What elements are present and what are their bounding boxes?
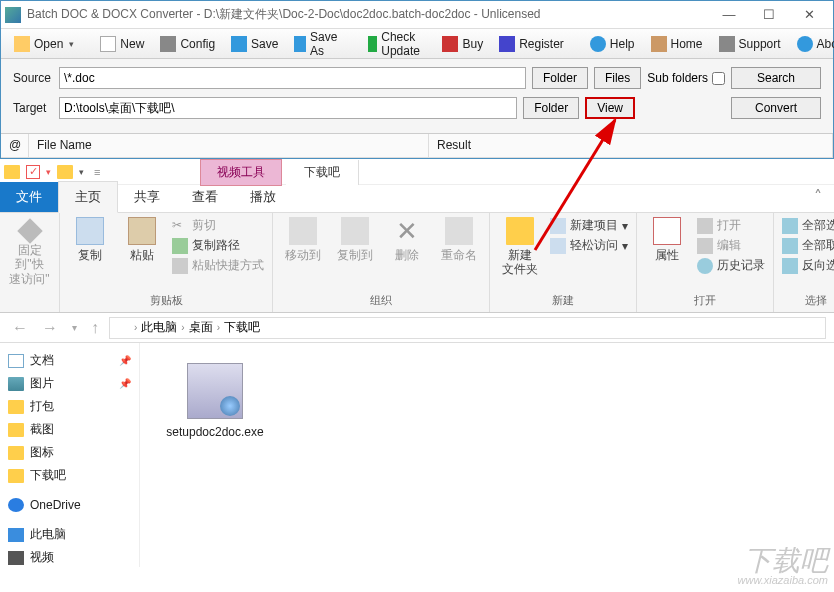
window-title: Batch DOC & DOCX Converter - D:\新建文件夹\Do… [27, 6, 541, 23]
sidebar-item-tubiao[interactable]: 图标 [4, 441, 135, 464]
select-all-button[interactable]: 全部选择 [782, 217, 834, 234]
register-button[interactable]: Register [492, 33, 571, 55]
check-update-button[interactable]: Check Update [361, 27, 434, 61]
target-input[interactable] [59, 97, 517, 119]
history-button[interactable]: 历史记录 [697, 257, 765, 274]
titlebar[interactable]: Batch DOC & DOCX Converter - D:\新建文件夹\Do… [1, 1, 833, 29]
sidebar-item-dabao[interactable]: 打包 [4, 395, 135, 418]
crumb-0[interactable]: 此电脑 [141, 319, 177, 336]
save-as-icon [294, 36, 306, 52]
move-to-button[interactable]: 移动到 [281, 217, 325, 291]
results-grid-header: @ File Name Result [1, 134, 833, 158]
context-tab-folder[interactable]: 下载吧 [286, 160, 359, 185]
invert-selection-button[interactable]: 反向选择 [782, 257, 834, 274]
support-icon [719, 36, 735, 52]
search-button[interactable]: Search [731, 67, 821, 89]
form-area: Source Folder Files Sub folders Search T… [1, 59, 833, 134]
select-none-button[interactable]: 全部取消 [782, 237, 834, 254]
shortcut-icon [172, 258, 188, 274]
tab-view[interactable]: 查看 [176, 182, 234, 212]
easy-access-button[interactable]: 轻松访问 ▾ [550, 237, 628, 254]
cut-button[interactable]: ✂剪切 [172, 217, 264, 234]
open-file-button[interactable]: 打开 [697, 217, 765, 234]
pc-icon [8, 528, 24, 542]
sidebar-item-video[interactable]: 视频 [4, 546, 135, 567]
file-item[interactable]: setupdoc2doc.exe [160, 363, 270, 439]
copy-path-icon [172, 238, 188, 254]
sidebar-item-this-pc[interactable]: 此电脑 [4, 523, 135, 546]
group-organize: 组织 [281, 291, 481, 310]
sub-folders-option[interactable]: Sub folders [647, 71, 725, 85]
sidebar-item-onedrive[interactable]: OneDrive [4, 495, 135, 515]
copy-path-button[interactable]: 复制路径 [172, 237, 264, 254]
new-folder-button[interactable]: 新建 文件夹 [498, 217, 542, 291]
maximize-button[interactable]: ☐ [749, 1, 789, 29]
new-button[interactable]: New [93, 33, 151, 55]
tab-share[interactable]: 共享 [118, 182, 176, 212]
properties-button[interactable]: 属性 [645, 217, 689, 291]
ribbon: 固定到"快 速访问" 复制 粘贴 ✂剪切 复制路径 粘贴快捷方式 剪贴板 移动到… [0, 213, 834, 313]
col-filename[interactable]: File Name [29, 134, 429, 157]
move-icon [289, 217, 317, 245]
file-list[interactable]: setupdoc2doc.exe [140, 343, 834, 567]
rename-icon [445, 217, 473, 245]
pin-to-quick-access-button[interactable]: 固定到"快 速访问" [8, 217, 51, 310]
select-all-icon [782, 218, 798, 234]
nav-forward-button[interactable]: → [38, 319, 62, 337]
sidebar-item-documents[interactable]: 文档📌 [4, 349, 135, 372]
support-button[interactable]: Support [712, 33, 788, 55]
source-folder-button[interactable]: Folder [532, 67, 588, 89]
qat-folder-icon[interactable] [57, 165, 73, 179]
crumb-1[interactable]: 桌面 [189, 319, 213, 336]
minimize-button[interactable]: — [709, 1, 749, 29]
edit-icon [697, 238, 713, 254]
target-folder-button[interactable]: Folder [523, 97, 579, 119]
sidebar-item-xiazaiba[interactable]: 下载吧 [4, 464, 135, 487]
paste-shortcut-button[interactable]: 粘贴快捷方式 [172, 257, 264, 274]
sidebar-item-jietu[interactable]: 截图 [4, 418, 135, 441]
sidebar-item-pictures[interactable]: 图片📌 [4, 372, 135, 395]
copyto-icon [341, 217, 369, 245]
convert-button[interactable]: Convert [731, 97, 821, 119]
nav-recent-button[interactable]: ▾ [68, 322, 81, 333]
open-button[interactable]: Open▾ [7, 33, 81, 55]
paste-button[interactable]: 粘贴 [120, 217, 164, 291]
save-button[interactable]: Save [224, 33, 285, 55]
qat-checkbox[interactable]: ✓ [26, 165, 40, 179]
pin-icon: 📌 [119, 355, 131, 366]
breadcrumb[interactable]: › 此电脑 › 桌面 › 下载吧 [109, 317, 826, 339]
crumb-2[interactable]: 下载吧 [224, 319, 260, 336]
explorer-icon[interactable] [4, 165, 20, 179]
tab-file[interactable]: 文件 [0, 182, 58, 212]
save-as-button[interactable]: Save As [287, 27, 348, 61]
view-button[interactable]: View [585, 97, 635, 119]
pin-icon [17, 218, 42, 243]
copy-to-button[interactable]: 复制到 [333, 217, 377, 291]
explorer-window: ✓ ▾ ▾ ≡ 视频工具 下载吧 文件 主页 共享 查看 播放 ˄ 固定到"快 … [0, 159, 834, 567]
rename-button[interactable]: 重命名 [437, 217, 481, 291]
col-result[interactable]: Result [429, 134, 833, 157]
about-button[interactable]: About [790, 33, 834, 55]
sub-folders-checkbox[interactable] [712, 72, 725, 85]
buy-button[interactable]: Buy [435, 33, 490, 55]
source-files-button[interactable]: Files [594, 67, 641, 89]
close-button[interactable]: ✕ [789, 1, 829, 29]
home-icon [651, 36, 667, 52]
config-icon [160, 36, 176, 52]
copy-button[interactable]: 复制 [68, 217, 112, 291]
nav-back-button[interactable]: ← [8, 319, 32, 337]
home-button[interactable]: Home [644, 33, 710, 55]
ribbon-collapse-button[interactable]: ˄ [802, 181, 834, 212]
group-open: 打开 [645, 291, 765, 310]
tab-home[interactable]: 主页 [58, 181, 118, 213]
delete-button[interactable]: ✕删除 [385, 217, 429, 291]
source-input[interactable] [59, 67, 526, 89]
edit-button[interactable]: 编辑 [697, 237, 765, 254]
tab-play[interactable]: 播放 [234, 182, 292, 212]
open-icon [14, 36, 30, 52]
help-button[interactable]: Help [583, 33, 642, 55]
nav-up-button[interactable]: ↑ [87, 319, 103, 337]
new-item-button[interactable]: 新建项目 ▾ [550, 217, 628, 234]
config-button[interactable]: Config [153, 33, 222, 55]
col-at[interactable]: @ [1, 134, 29, 157]
